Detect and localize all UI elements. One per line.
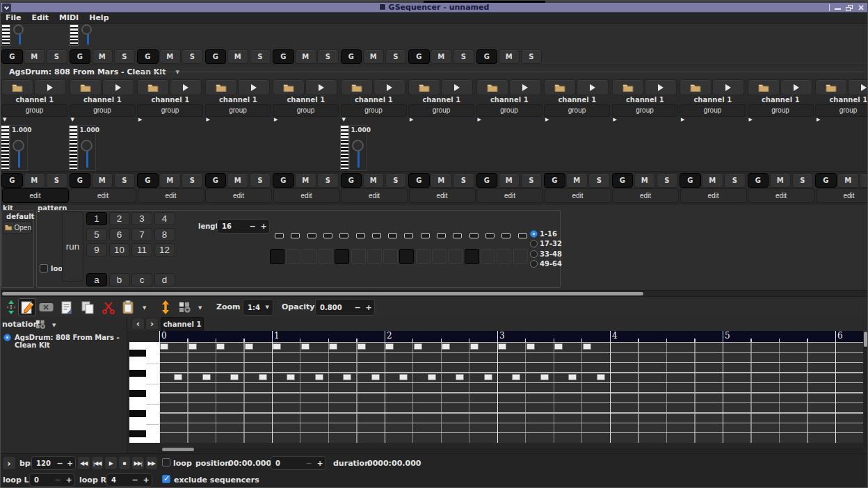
bank-button-d[interactable]: d xyxy=(154,273,175,286)
note[interactable] xyxy=(273,343,281,350)
solo-button[interactable]: S xyxy=(385,173,407,188)
mute-button[interactable]: M xyxy=(227,173,249,188)
menu-edit[interactable]: Edit xyxy=(32,13,49,22)
edit-button[interactable]: edit xyxy=(138,188,204,203)
open-folder-button[interactable] xyxy=(70,79,102,95)
notation-tools-button[interactable] xyxy=(34,318,47,330)
loop-r-plus-button[interactable]: + xyxy=(140,475,152,485)
open-folder-button[interactable] xyxy=(476,79,508,95)
stop-button[interactable]: ■ xyxy=(118,456,131,470)
edit-button[interactable]: edit xyxy=(612,188,679,203)
solo-button[interactable]: S xyxy=(792,173,814,188)
edit-button[interactable]: edit xyxy=(2,188,69,203)
collapse-arrow-icon[interactable]: ▼ xyxy=(69,117,137,123)
note[interactable] xyxy=(357,343,366,350)
edit-button[interactable]: edit xyxy=(476,188,543,203)
solo-button[interactable]: S xyxy=(453,49,474,64)
bpm-plus-button[interactable]: + xyxy=(65,459,75,468)
pattern-pad-14[interactable] xyxy=(481,249,495,264)
group-toggle-button[interactable]: G xyxy=(476,49,498,64)
expand-arrow-icon[interactable]: ▶ xyxy=(611,117,680,123)
open-folder-button[interactable] xyxy=(341,79,373,95)
play-button[interactable] xyxy=(645,79,677,95)
group-toggle-button[interactable]: G xyxy=(137,49,159,64)
opacity-value[interactable]: 0.800 xyxy=(316,304,352,311)
note[interactable] xyxy=(188,343,197,350)
bpm-spinbox[interactable]: 120 − + xyxy=(31,456,76,470)
volume-slider[interactable]: 1.000 xyxy=(10,125,28,171)
notation-h-scrollbar[interactable] xyxy=(159,448,863,452)
note[interactable] xyxy=(597,374,605,380)
expand-arrow-icon[interactable]: ▶ xyxy=(814,117,867,123)
mute-button[interactable]: M xyxy=(702,173,723,188)
group-toggle-button[interactable]: G xyxy=(205,49,227,64)
volume-slider[interactable]: 1.000 xyxy=(78,125,96,171)
v-scrollbar-thumb[interactable] xyxy=(864,332,867,347)
group-toggle-button[interactable]: G xyxy=(612,173,634,188)
note[interactable] xyxy=(160,343,168,350)
group-toggle-button[interactable]: G xyxy=(273,173,294,188)
note[interactable] xyxy=(442,343,450,350)
solo-button[interactable]: S xyxy=(46,173,67,188)
expand-arrow-icon[interactable]: ▶ xyxy=(543,117,611,123)
slider-knob[interactable] xyxy=(352,140,364,152)
bank-button-4[interactable]: 4 xyxy=(154,212,175,225)
pattern-pad-6[interactable] xyxy=(351,249,366,264)
group-toggle-button[interactable]: G xyxy=(748,173,769,188)
offset-radio-17-32[interactable] xyxy=(530,240,538,247)
invert-button[interactable] xyxy=(158,300,173,315)
bank-button-7[interactable]: 7 xyxy=(131,228,152,241)
pattern-pad-11[interactable] xyxy=(432,249,447,264)
expand-arrow-icon[interactable]: ▶ xyxy=(136,117,204,123)
tools-menu-button[interactable] xyxy=(177,300,193,315)
play-button[interactable] xyxy=(780,79,812,95)
play-button[interactable]: ▶ xyxy=(104,456,118,470)
loop-r-spinbox[interactable]: 4 − + xyxy=(106,473,152,487)
tab-channel-1[interactable]: channel 1 xyxy=(161,317,204,331)
bank-button-5[interactable]: 5 xyxy=(86,228,107,241)
length-spinbox[interactable]: 16 − + xyxy=(217,219,270,234)
solo-button[interactable]: S xyxy=(657,173,678,188)
tab-next-button[interactable]: › xyxy=(145,318,159,330)
pattern-pad-15[interactable] xyxy=(497,249,511,264)
tab-prev-button[interactable]: ‹ xyxy=(131,318,145,330)
paste-menu-arrow-icon[interactable]: ▼ xyxy=(143,305,146,311)
pattern-pad-10[interactable] xyxy=(416,249,431,264)
note[interactable] xyxy=(287,374,295,380)
expand-arrow-icon[interactable]: ▶ xyxy=(476,117,544,123)
position-spinbox[interactable]: 0 − + xyxy=(271,456,326,470)
offset-radio-1-16[interactable] xyxy=(530,230,538,238)
solo-button[interactable]: S xyxy=(521,49,542,64)
group-toggle-button[interactable]: G xyxy=(544,173,565,188)
expand-arrow-icon[interactable]: ▶ xyxy=(679,117,747,123)
note[interactable] xyxy=(470,343,479,350)
h-scrollbar-thumb[interactable] xyxy=(162,448,194,451)
bank-button-2[interactable]: 2 xyxy=(109,212,130,225)
mute-button[interactable]: M xyxy=(159,49,181,64)
forward-button[interactable]: ▶▶ xyxy=(145,456,159,470)
edit-button[interactable]: edit xyxy=(816,188,868,203)
edit-button[interactable]: edit xyxy=(748,188,814,203)
previous-button[interactable]: |◀◀ xyxy=(91,456,104,470)
solo-button[interactable]: S xyxy=(724,173,746,188)
solo-button[interactable]: S xyxy=(385,49,407,64)
open-folder-button[interactable] xyxy=(205,79,237,95)
volume-slider[interactable] xyxy=(10,24,29,46)
bank-button-c[interactable]: c xyxy=(131,273,152,286)
note[interactable] xyxy=(554,343,563,350)
group-button[interactable]: group xyxy=(544,104,610,117)
play-button[interactable] xyxy=(102,79,134,95)
group-toggle-button[interactable]: G xyxy=(408,49,430,64)
solo-button[interactable]: S xyxy=(114,49,136,64)
open-folder-button[interactable] xyxy=(1,79,33,95)
group-toggle-button[interactable]: G xyxy=(815,173,837,188)
opacity-spinbox[interactable]: 0.800 − + xyxy=(315,299,375,316)
play-button[interactable] xyxy=(577,79,609,95)
play-button[interactable] xyxy=(305,79,337,95)
pattern-pad-1[interactable] xyxy=(270,249,284,264)
tools-menu-arrow-icon[interactable]: ▼ xyxy=(198,305,202,311)
bank-button-8[interactable]: 8 xyxy=(154,228,175,241)
open-kit-button[interactable]: Open xyxy=(3,221,32,234)
expander-button[interactable]: › xyxy=(2,456,16,470)
solo-button[interactable]: S xyxy=(317,49,339,64)
